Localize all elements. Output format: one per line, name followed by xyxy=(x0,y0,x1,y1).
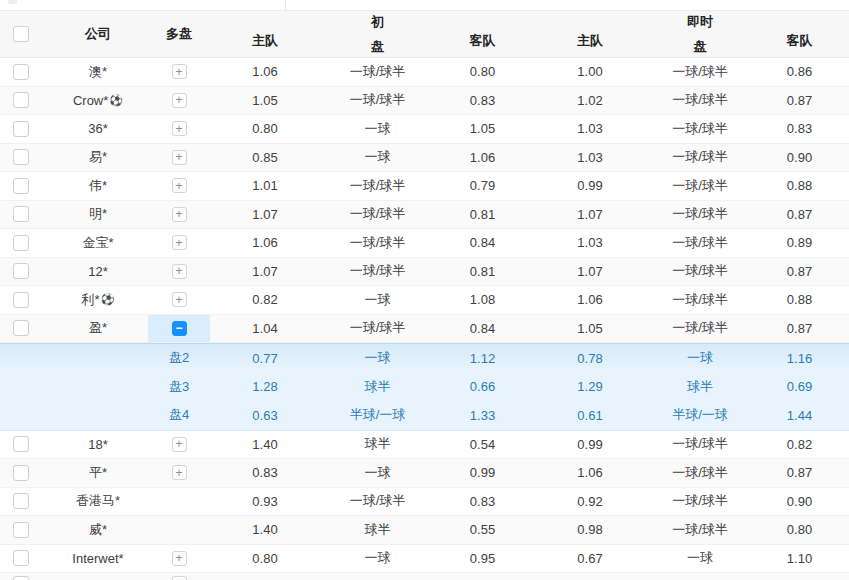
row-checkbox[interactable] xyxy=(13,292,29,308)
row-checkbox[interactable] xyxy=(13,149,29,165)
init-away-value: 0.95 xyxy=(435,545,530,573)
expand-button[interactable]: + xyxy=(172,292,187,307)
live-hcap-value: 一球/球半 xyxy=(650,87,750,115)
row-checkbox[interactable] xyxy=(13,64,29,80)
company-name: Interwet* xyxy=(72,551,123,566)
init-away-value: 0.81 xyxy=(435,258,530,286)
init-hcap-value: 一球 xyxy=(320,459,435,487)
row-checkbox[interactable] xyxy=(13,436,29,452)
company-cell xyxy=(48,573,148,580)
init-away-value: 0.83 xyxy=(435,488,530,516)
live-hcap-value: 一球 xyxy=(650,344,750,373)
init-hcap-value: 一球/球半 xyxy=(320,258,435,286)
row-select-cell xyxy=(0,87,48,115)
extra-handicap-row: 盘2 0.77一球1.120.78一球1.16 xyxy=(0,344,849,373)
init-home-value: 0.80 xyxy=(210,115,320,143)
row-checkbox[interactable] xyxy=(13,235,29,251)
init-hcap-value xyxy=(320,573,435,580)
row-checkbox[interactable] xyxy=(13,465,29,481)
init-away-value xyxy=(435,573,530,580)
handicap-line-label: 盘2 xyxy=(148,344,210,373)
table-row: 金宝* + 1.06一球/球半0.841.03一球/球半0.89 xyxy=(0,229,849,258)
row-checkbox[interactable] xyxy=(13,320,29,336)
expand-button[interactable]: + xyxy=(172,121,187,136)
expand-button[interactable]: + xyxy=(172,178,187,193)
init-home-value: 1.06 xyxy=(210,58,320,86)
company-cell: 明* xyxy=(48,201,148,229)
init-home-value: 1.40 xyxy=(210,516,320,544)
row-checkbox[interactable] xyxy=(13,263,29,279)
table-row: 12* + 1.07一球/球半0.811.07一球/球半0.87 xyxy=(0,258,849,287)
init-home-value: 0.85 xyxy=(210,144,320,172)
company-name: 利* xyxy=(82,291,100,309)
clipped-column-divider xyxy=(285,0,286,10)
live-away-value: 0.90 xyxy=(750,144,849,172)
expand-button[interactable]: + xyxy=(172,465,187,480)
row-checkbox[interactable] xyxy=(13,206,29,222)
collapse-button[interactable]: − xyxy=(172,321,187,336)
multi-handicap-cell: + xyxy=(148,545,210,573)
expand-button[interactable]: + xyxy=(172,264,187,279)
row-checkbox[interactable] xyxy=(13,121,29,137)
multi-handicap-cell: + xyxy=(148,87,210,115)
company-cell: 利*⚽ xyxy=(48,286,148,314)
header-multi-handicap: 多盘 xyxy=(148,11,210,57)
expand-button[interactable]: + xyxy=(172,576,187,580)
company-name: 香港马* xyxy=(76,492,120,510)
live-hcap-value: 一球/球半 xyxy=(650,315,750,343)
expand-button[interactable]: + xyxy=(172,235,187,250)
row-select-cell xyxy=(0,488,48,516)
table-row: 利*⚽ + 0.82一球1.081.06一球/球半0.88 xyxy=(0,286,849,315)
row-select-cell xyxy=(0,258,48,286)
company-name: 盈* xyxy=(89,319,107,337)
live-hcap-value: 一球/球半 xyxy=(650,201,750,229)
init-away-value: 1.12 xyxy=(435,344,530,373)
expand-button[interactable]: + xyxy=(172,64,187,79)
extra-handicap-row: 盘3 1.28球半0.661.29球半0.69 xyxy=(0,373,849,402)
init-away-value: 0.79 xyxy=(435,172,530,200)
expand-button[interactable]: + xyxy=(172,551,187,566)
header-init-group: 初 盘 xyxy=(320,11,435,57)
row-checkbox[interactable] xyxy=(13,522,29,538)
expand-button[interactable]: + xyxy=(172,150,187,165)
live-home-value: 1.03 xyxy=(530,144,650,172)
soccer-ball-icon: ⚽ xyxy=(109,95,123,106)
company-name: 平* xyxy=(89,464,107,482)
multi-handicap-cell: + xyxy=(148,115,210,143)
select-all-checkbox[interactable] xyxy=(13,26,29,42)
live-away-value: 0.87 xyxy=(750,87,849,115)
empty-cell xyxy=(48,344,148,373)
multi-handicap-cell xyxy=(148,516,210,544)
init-home-value: 1.01 xyxy=(210,172,320,200)
table-row: Interwet* + 0.80一球0.950.67一球1.10 xyxy=(0,545,849,574)
live-away-value: 0.87 xyxy=(750,258,849,286)
live-hcap-value: 一球/球半 xyxy=(650,258,750,286)
expand-button[interactable]: + xyxy=(172,207,187,222)
table-row: 香港马* 0.93一球/球半0.830.92一球/球半0.90 xyxy=(0,488,849,517)
expand-button[interactable]: + xyxy=(172,93,187,108)
init-away-value: 1.33 xyxy=(435,401,530,430)
live-away-value: 1.44 xyxy=(750,401,849,430)
live-hcap-value: 一球/球半 xyxy=(650,229,750,257)
init-hcap-value: 一球 xyxy=(320,286,435,314)
row-checkbox[interactable] xyxy=(13,178,29,194)
row-checkbox[interactable] xyxy=(13,576,29,580)
live-away-value: 0.86 xyxy=(750,58,849,86)
row-checkbox[interactable] xyxy=(13,550,29,566)
select-all-cell xyxy=(0,11,48,57)
init-away-value: 0.83 xyxy=(435,87,530,115)
init-home-value: 1.40 xyxy=(210,431,320,459)
init-home-value: 1.05 xyxy=(210,87,320,115)
init-hcap-value: 一球/球半 xyxy=(320,87,435,115)
row-checkbox[interactable] xyxy=(13,92,29,108)
live-away-value xyxy=(750,573,849,580)
expand-button[interactable]: + xyxy=(172,437,187,452)
row-select-cell xyxy=(0,58,48,86)
init-home-value: 0.93 xyxy=(210,488,320,516)
live-hcap-value: 一球/球半 xyxy=(650,172,750,200)
live-home-value: 1.07 xyxy=(530,258,650,286)
live-away-value: 1.10 xyxy=(750,545,849,573)
init-home-value: 0.80 xyxy=(210,545,320,573)
row-checkbox[interactable] xyxy=(13,493,29,509)
header-live-group: 即时 盘 xyxy=(650,11,750,57)
